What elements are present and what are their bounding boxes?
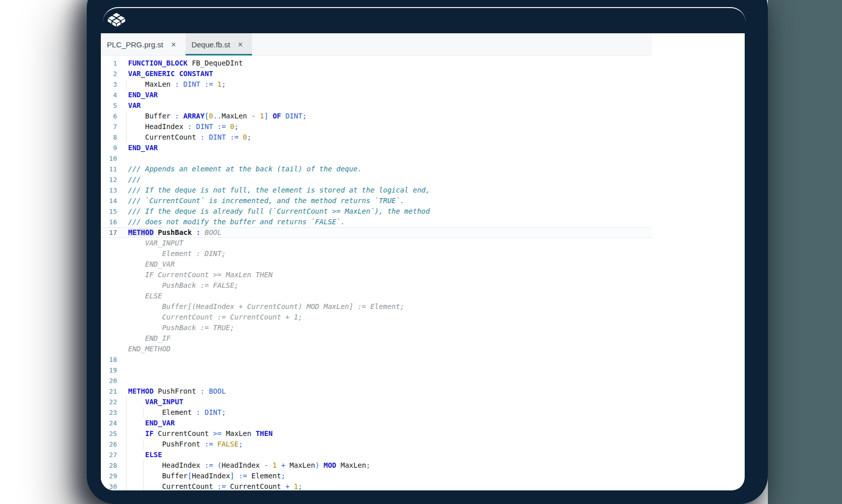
code-line[interactable]: 1FUNCTION_BLOCK FB_DequeDInt [101, 58, 652, 69]
code-text: END_IF [124, 333, 652, 344]
code-text: MaxLen : DINT := 1; [124, 79, 652, 90]
indent-guide [126, 79, 127, 90]
code-line[interactable]: ELSE [101, 291, 652, 301]
code-text: Buffer : ARRAY[0..MaxLen - 1] OF DINT; [124, 111, 652, 121]
line-number: 21 [101, 386, 124, 397]
code-line[interactable]: 15/// If the deque is already full (`Cur… [101, 206, 652, 217]
code-line[interactable]: 19 [101, 365, 652, 375]
line-number: 11 [101, 164, 124, 174]
code-text: PushFront := FALSE; [124, 439, 652, 450]
code-line[interactable]: 16/// does not modify the buffer and ret… [101, 217, 652, 227]
line-number [101, 259, 124, 270]
code-line[interactable]: VAR_INPUT [101, 238, 652, 248]
code-text: /// Appends an element at the back (tail… [124, 164, 652, 174]
indent-guide [126, 111, 127, 121]
code-line[interactable]: END_METHOD [101, 344, 652, 354]
line-number [101, 291, 124, 301]
tab-deque-fb-st[interactable]: Deque.fb.st✕ [186, 33, 253, 55]
indent-guide [126, 407, 127, 418]
code-line[interactable]: Element : DINT; [101, 248, 652, 259]
code-line-highlighted[interactable]: 17METHOD PushBack : BOOL [101, 227, 652, 238]
page-background: PLC_PRG.prg.st✕Deque.fb.st✕ 1FUNCTION_BL… [0, 0, 842, 504]
line-number: 10 [101, 153, 124, 164]
editor-card: PLC_PRG.prg.st✕Deque.fb.st✕ 1FUNCTION_BL… [101, 33, 745, 490]
code-text: END_VAR [124, 143, 652, 153]
code-line[interactable]: 30 CurrentCount := CurrentCount + 1; [101, 481, 652, 490]
code-text: CurrentCount := CurrentCount + 1; [124, 481, 652, 490]
code-line[interactable]: END_IF [101, 333, 652, 344]
line-number: 13 [101, 185, 124, 196]
code-text: PushBack := FALSE; [124, 280, 652, 291]
code-text: HeadIndex : DINT := 0; [124, 121, 652, 132]
code-line[interactable]: 25 IF CurrentCount >= MaxLen THEN [101, 428, 652, 439]
code-line[interactable]: PushBack := TRUE; [101, 323, 652, 333]
code-line[interactable]: 9END_VAR [101, 143, 652, 153]
code-text: METHOD PushBack : BOOL [124, 228, 652, 237]
line-number: 29 [101, 471, 124, 481]
code-line[interactable]: 14/// `CurrentCount` is incremented, and… [101, 196, 652, 206]
tab-close-icon[interactable]: ✕ [237, 41, 243, 48]
code-line[interactable]: 23 Element : DINT; [101, 407, 652, 418]
code-line[interactable]: 12/// [101, 174, 652, 185]
code-line[interactable]: 10 [101, 153, 652, 164]
indent-guide [126, 460, 127, 471]
code-line[interactable]: 4END_VAR [101, 90, 652, 100]
code-line[interactable]: 13/// If the deque is not full, the elem… [101, 185, 652, 196]
code-text: Buffer[HeadIndex] := Element; [124, 471, 652, 481]
code-line[interactable]: 21METHOD PushFront : BOOL [101, 386, 652, 397]
line-number: 3 [101, 79, 124, 90]
code-line[interactable]: 24 END_VAR [101, 418, 652, 428]
code-text: ELSE [124, 450, 652, 460]
line-number: 26 [101, 439, 124, 450]
code-line[interactable]: 26 PushFront := FALSE; [101, 439, 652, 450]
code-line[interactable]: 11/// Appends an element at the back (ta… [101, 164, 652, 174]
indent-guide [126, 428, 127, 439]
tab-close-icon[interactable]: ✕ [171, 41, 176, 48]
indent-guide [143, 460, 144, 471]
code-line[interactable]: 5VAR [101, 100, 652, 111]
code-text: /// does not modify the buffer and retur… [124, 217, 652, 227]
code-text [124, 354, 652, 365]
code-line[interactable]: CurrentCount := CurrentCount + 1; [101, 312, 652, 323]
code-editor[interactable]: 1FUNCTION_BLOCK FB_DequeDInt2VAR_GENERIC… [101, 56, 652, 490]
line-number: 15 [101, 206, 124, 217]
indent-guide [126, 439, 127, 450]
code-text: VAR [124, 100, 652, 111]
code-line[interactable]: 2VAR_GENERIC CONSTANT [101, 69, 652, 79]
code-text [124, 365, 652, 375]
code-line[interactable]: IF CurrentCount >= MaxLen THEN [101, 270, 652, 280]
code-text: END_VAR [124, 90, 652, 100]
code-text: FUNCTION_BLOCK FB_DequeDInt [124, 58, 652, 69]
line-number [101, 312, 124, 323]
code-text: Element : DINT; [124, 248, 652, 259]
code-line[interactable]: END_VAR [101, 259, 652, 270]
code-line[interactable]: 27 ELSE [101, 450, 652, 460]
code-line[interactable]: 6 Buffer : ARRAY[0..MaxLen - 1] OF DINT; [101, 111, 652, 121]
code-line[interactable]: 20 [101, 375, 652, 386]
line-number [101, 280, 124, 291]
code-line[interactable]: 7 HeadIndex : DINT := 0; [101, 121, 652, 132]
code-text: /// `CurrentCount` is incremented, and t… [124, 196, 652, 206]
line-number: 19 [101, 365, 124, 375]
line-number [101, 248, 124, 259]
code-text: VAR_GENERIC CONSTANT [124, 69, 652, 79]
code-text: /// If the deque is not full, the elemen… [124, 185, 652, 196]
code-line[interactable]: Buffer[(HeadIndex + CurrentCount) MOD Ma… [101, 301, 652, 312]
code-line[interactable]: 3 MaxLen : DINT := 1; [101, 79, 652, 90]
code-line[interactable]: 22 VAR_INPUT [101, 397, 652, 407]
tab-plc-prg-prg-st[interactable]: PLC_PRG.prg.st✕ [101, 33, 186, 55]
line-number: 16 [101, 217, 124, 227]
line-number [101, 344, 124, 354]
tab-label: Deque.fb.st [192, 40, 230, 49]
code-line[interactable]: 8 CurrentCount : DINT := 0; [101, 132, 652, 143]
background-right-band [768, 0, 842, 504]
code-text: END_VAR [124, 259, 652, 270]
line-number [101, 333, 124, 344]
indent-guide [126, 450, 127, 460]
code-line[interactable]: 18 [101, 354, 652, 365]
code-line[interactable]: PushBack := FALSE; [101, 280, 652, 291]
indent-guide [143, 481, 144, 490]
code-line[interactable]: 28 HeadIndex := (HeadIndex - 1 + MaxLen)… [101, 460, 652, 471]
line-number: 7 [101, 121, 124, 132]
code-line[interactable]: 29 Buffer[HeadIndex] := Element; [101, 471, 652, 481]
